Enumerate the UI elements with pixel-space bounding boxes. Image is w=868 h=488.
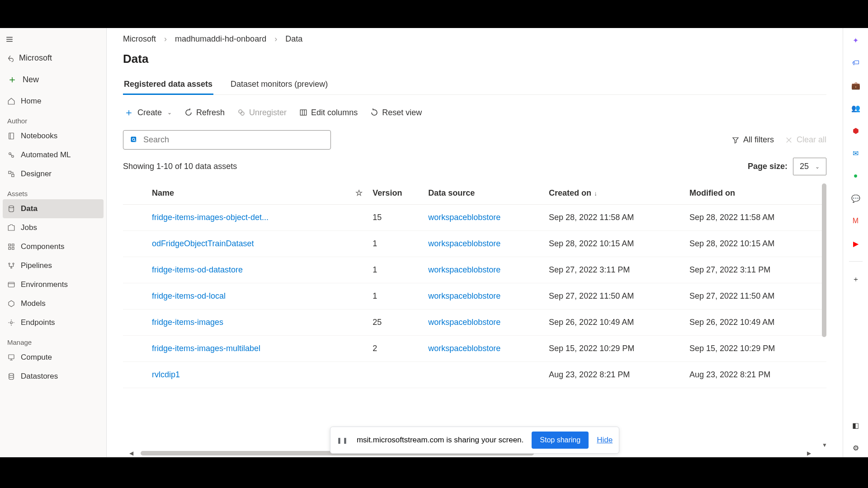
hamburger-button[interactable] [0,32,18,49]
vertical-scrollbar[interactable] [822,183,826,337]
table-row[interactable]: fridge-items-images25workspaceblobstoreS… [123,310,826,336]
youtube-icon[interactable]: ▶ [851,239,861,249]
table-row[interactable]: fridge-items-od-datastore1workspaceblobs… [123,257,826,283]
col-favorite[interactable]: ☆ [349,182,369,205]
asset-name-link[interactable]: fridge-items-od-local [152,291,226,300]
col-source[interactable]: Data source [425,182,545,205]
clear-all-label: Clear all [797,135,826,145]
nav-environments-label: Environments [21,280,68,289]
svg-point-21 [239,110,242,113]
hide-share-bar[interactable]: Hide [597,436,613,445]
toolbar: ＋ Create ⌄ Refresh Unregister Edit colum… [123,104,826,121]
col-created[interactable]: Created on↓ [545,182,686,205]
breadcrumb-root[interactable]: Microsoft [123,34,156,44]
panel-icon[interactable]: ◧ [851,420,861,430]
tag-icon[interactable]: 🏷 [851,58,861,68]
plus-icon[interactable]: ＋ [851,274,861,284]
nav-notebooks-label: Notebooks [21,131,57,141]
datasource-link[interactable]: workspaceblobstore [428,239,500,248]
chevron-down-icon: ⌄ [167,109,172,116]
scroll-right-arrow[interactable]: ▶ [805,450,813,456]
nav-notebooks[interactable]: Notebooks [0,127,106,145]
cell-created: Aug 23, 2022 8:21 PM [545,362,686,388]
spotify-icon[interactable]: ● [851,171,861,181]
svg-rect-7 [9,171,11,174]
datasource-link[interactable]: workspaceblobstore [428,265,500,274]
cell-created: Sep 15, 2022 10:29 PM [545,336,686,362]
search-input[interactable] [143,135,324,145]
nav-home[interactable]: Home [0,92,106,111]
table-row[interactable]: rvlcdip1Aug 23, 2022 8:21 PMAug 23, 2022… [123,362,826,388]
reset-view-button[interactable]: Reset view [369,106,423,119]
messenger-icon[interactable]: 💬 [851,193,861,203]
all-filters-button[interactable]: All filters [731,135,774,145]
tab-dataset-monitors[interactable]: Dataset monitors (preview) [230,75,329,94]
asset-name-link[interactable]: fridge-items-images-multilabel [152,344,260,353]
col-name[interactable]: Name [123,182,349,205]
col-version[interactable]: Version [369,182,425,205]
scroll-down-arrow[interactable]: ▼ [822,442,826,448]
asset-name-link[interactable]: fridge-items-images [152,318,223,327]
nav-compute[interactable]: Compute [0,348,106,367]
sparkle-icon[interactable]: ✦ [851,35,861,45]
table-row[interactable]: fridge-items-images-multilabel2workspace… [123,336,826,362]
nav-components[interactable]: Components [0,237,106,256]
col-modified[interactable]: Modified on [686,182,826,205]
datasource-link[interactable]: workspaceblobstore [428,213,500,222]
edit-columns-button[interactable]: Edit columns [298,106,359,119]
cell-star [349,257,369,283]
svg-point-16 [11,267,12,268]
nav-automl[interactable]: Automated ML [0,145,106,164]
create-button[interactable]: ＋ Create ⌄ [123,104,173,121]
nav-endpoints[interactable]: Endpoints [0,313,106,332]
people-icon[interactable]: 👥 [851,103,861,113]
nav-jobs-label: Jobs [21,223,37,232]
nav-environments[interactable]: Environments [0,275,106,294]
breadcrumb-workspace[interactable]: madhumaddi-hd-onboard [175,34,266,44]
asset-name-link[interactable]: odFridgeObjectTrainDataset [152,239,254,248]
stop-sharing-button[interactable]: Stop sharing [532,432,589,449]
nav-models[interactable]: Models [0,294,106,313]
cell-created: Sep 28, 2022 11:58 AM [545,205,686,231]
nav-designer[interactable]: Designer [0,164,106,183]
data-assets-table: Name ☆ Version Data source Created on↓ M… [123,182,826,388]
asset-name-link[interactable]: fridge-items-images-object-det... [152,213,269,222]
tabs: Registered data assets Dataset monitors … [123,75,826,95]
page-size-select[interactable]: 25 ⌄ [793,158,826,175]
cell-created: Sep 27, 2022 3:11 PM [545,257,686,283]
nav-pipelines[interactable]: Pipelines [0,256,106,275]
gmail-icon[interactable]: M [851,216,861,226]
outlook-icon[interactable]: ✉ [851,148,861,158]
page-size-value: 25 [800,162,809,171]
tab-registered-data-assets[interactable]: Registered data assets [123,75,213,94]
table-row[interactable]: fridge-items-images-object-det...15works… [123,205,826,231]
cell-modified: Sep 26, 2022 10:49 AM [686,310,826,336]
cell-name: fridge-items-images-multilabel [123,336,349,362]
table-row[interactable]: odFridgeObjectTrainDataset1workspaceblob… [123,231,826,257]
new-button[interactable]: ＋ New [0,67,106,92]
asset-name-link[interactable]: rvlcdip1 [152,370,180,379]
cell-modified: Sep 27, 2022 11:50 AM [686,283,826,310]
section-assets: Assets [0,183,106,199]
sort-desc-icon: ↓ [594,190,597,197]
refresh-button[interactable]: Refresh [184,106,226,119]
briefcase-icon[interactable]: 💼 [851,80,861,90]
datasource-link[interactable]: workspaceblobstore [428,291,500,300]
nav-datastores[interactable]: Datastores [0,367,106,386]
datasource-link[interactable]: workspaceblobstore [428,344,500,353]
back-workspace[interactable]: Microsoft [0,49,106,67]
nav-jobs[interactable]: Jobs [0,218,106,237]
table-row[interactable]: fridge-items-od-local1workspaceblobstore… [123,283,826,310]
datasource-link[interactable]: workspaceblobstore [428,318,500,327]
cell-version: 15 [369,205,425,231]
office-icon[interactable]: ⬢ [851,126,861,136]
cell-name: fridge-items-images-object-det... [123,205,349,231]
gear-icon[interactable]: ⚙ [851,443,861,453]
scroll-left-arrow[interactable]: ◀ [127,450,135,456]
asset-name-link[interactable]: fridge-items-od-datastore [152,265,243,274]
share-text: msit.microsoftstream.com is sharing your… [357,436,524,445]
nav-data[interactable]: Data [3,199,104,218]
cell-version: 2 [369,336,425,362]
search-box[interactable] [123,130,331,150]
sidebar: Microsoft ＋ New Home Author Notebooks Au… [0,28,107,457]
